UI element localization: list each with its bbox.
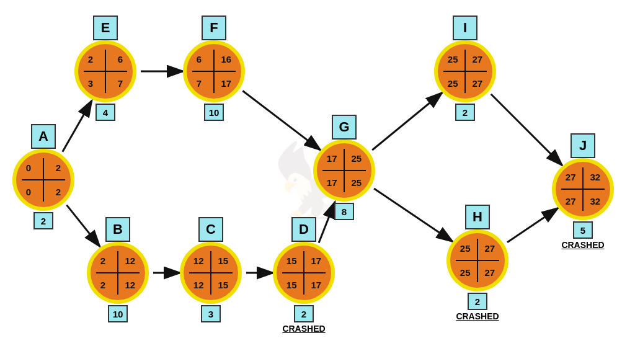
node-D: D 15 17 15 17 2 CRASHED [273, 217, 335, 334]
node-E: E 2 6 3 7 4 [74, 16, 136, 121]
node-I-cost: 2 [455, 104, 475, 121]
node-F-tl: 6 [197, 54, 202, 64]
node-J-br: 32 [590, 196, 600, 206]
node-D-bl: 15 [286, 280, 297, 290]
node-I-tl: 25 [448, 54, 458, 64]
node-H-crashed: CRASHED [456, 311, 499, 321]
node-G: G 17 25 17 25 8 [313, 115, 375, 220]
node-I-circle: 25 27 25 27 [434, 40, 496, 102]
node-J-bl: 27 [566, 196, 576, 206]
node-E-circle: 2 6 3 7 [74, 40, 136, 102]
node-C-bl: 12 [193, 280, 204, 290]
svg-line-9 [374, 189, 453, 242]
node-D-circle: 15 17 15 17 [273, 242, 335, 304]
node-H: H 25 27 25 27 2 CRASHED [446, 205, 508, 321]
node-A-circle: 0 2 0 2 [12, 149, 74, 211]
node-B-circle: 2 12 2 12 [87, 242, 149, 304]
node-A-tl: 0 [26, 162, 31, 173]
node-J-label: J [571, 133, 595, 158]
node-G-label: G [332, 115, 357, 140]
node-G-tl: 17 [327, 153, 337, 164]
node-F-cost: 10 [204, 104, 224, 121]
node-J-tr: 32 [590, 172, 600, 182]
node-F-tr: 16 [221, 54, 231, 64]
node-C-br: 15 [218, 280, 228, 290]
node-F-br: 17 [221, 78, 231, 89]
node-J: J 27 32 27 32 5 CRASHED [552, 133, 614, 250]
node-A-bl: 0 [26, 187, 31, 197]
node-G-circle: 17 25 17 25 [313, 140, 375, 202]
node-B-bl: 2 [100, 280, 105, 290]
node-J-cost: 5 [573, 221, 593, 239]
node-I: I 25 27 25 27 2 [434, 16, 496, 121]
node-A-label: A [31, 124, 56, 149]
node-E-bl: 3 [88, 78, 93, 89]
node-G-tr: 25 [351, 153, 362, 164]
node-G-bl: 17 [327, 177, 337, 188]
node-H-br: 27 [484, 267, 495, 278]
node-H-label: H [465, 205, 490, 229]
node-E-cost: 4 [95, 104, 115, 121]
node-D-label: D [291, 217, 316, 242]
node-D-tr: 17 [311, 255, 321, 266]
node-I-bl: 25 [448, 78, 458, 89]
node-E-label: E [93, 16, 118, 40]
node-J-circle: 27 32 27 32 [552, 158, 614, 220]
node-B-tl: 2 [100, 255, 105, 266]
node-B-br: 12 [125, 280, 135, 290]
node-C-tl: 12 [193, 255, 204, 266]
node-F-circle: 6 16 7 17 [183, 40, 245, 102]
node-G-cost: 8 [334, 203, 354, 220]
node-B-cost: 10 [108, 305, 128, 322]
node-F-label: F [202, 16, 226, 40]
node-I-br: 27 [472, 78, 482, 89]
node-H-bl: 25 [460, 267, 471, 278]
node-J-crashed: CRASHED [561, 240, 604, 250]
node-A-cost: 2 [33, 212, 53, 229]
node-H-tr: 27 [484, 243, 495, 254]
node-D-br: 17 [311, 280, 321, 290]
node-H-cost: 2 [468, 293, 487, 310]
node-E-br: 7 [118, 78, 123, 89]
node-C: C 12 15 12 15 3 [180, 217, 242, 322]
node-A-br: 2 [56, 187, 61, 197]
node-E-tl: 2 [88, 54, 93, 64]
node-F: F 6 16 7 17 10 [183, 16, 245, 121]
node-I-tr: 27 [472, 54, 482, 64]
node-F-bl: 7 [197, 78, 202, 89]
node-I-label: I [453, 16, 477, 40]
node-E-tr: 6 [118, 54, 123, 64]
node-D-crashed: CRASHED [282, 324, 325, 334]
node-B-tr: 12 [125, 255, 135, 266]
node-A-tr: 2 [56, 162, 61, 173]
node-C-label: C [198, 217, 223, 242]
node-G-br: 25 [351, 177, 362, 188]
node-B-label: B [105, 217, 130, 242]
node-C-tr: 15 [218, 255, 228, 266]
svg-line-3 [242, 91, 321, 151]
svg-line-11 [507, 208, 558, 242]
node-A: A 0 2 0 2 2 [12, 124, 74, 229]
node-D-tl: 15 [286, 255, 297, 266]
node-H-circle: 25 27 25 27 [446, 229, 508, 291]
node-B: B 2 12 2 12 10 [87, 217, 149, 322]
svg-line-8 [372, 92, 442, 150]
node-J-tl: 27 [566, 172, 576, 182]
node-C-cost: 3 [201, 305, 221, 322]
node-C-circle: 12 15 12 15 [180, 242, 242, 304]
node-D-cost: 2 [294, 305, 314, 322]
node-H-tl: 25 [460, 243, 471, 254]
